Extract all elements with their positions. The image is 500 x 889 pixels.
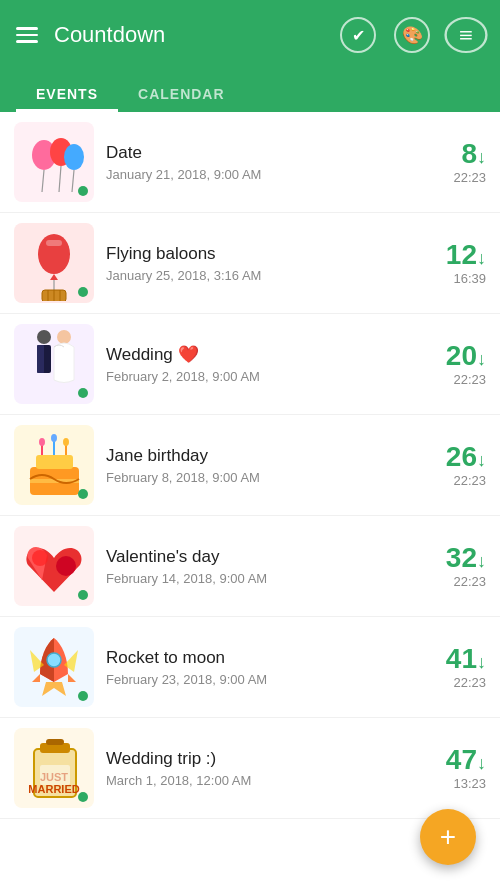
event-dot bbox=[78, 186, 88, 196]
event-name: Date bbox=[106, 143, 404, 163]
event-thumbnail bbox=[14, 425, 94, 505]
event-dot bbox=[78, 287, 88, 297]
svg-rect-20 bbox=[36, 455, 73, 469]
event-name: Jane birthday bbox=[106, 446, 404, 466]
list-item[interactable]: Wedding ❤️ February 2, 2018, 9:00 AM 20↓… bbox=[0, 314, 500, 415]
event-info: Date January 21, 2018, 9:00 AM bbox=[94, 143, 416, 182]
header: Countdown ✔ 🎨 ≡ EVENTS CALENDAR bbox=[0, 0, 500, 112]
event-dot bbox=[78, 388, 88, 398]
event-name: Wedding ❤️ bbox=[106, 344, 404, 365]
palette-icon[interactable]: 🎨 bbox=[394, 17, 430, 53]
tab-calendar[interactable]: CALENDAR bbox=[118, 76, 245, 112]
svg-point-14 bbox=[37, 330, 51, 344]
list-item[interactable]: Date January 21, 2018, 9:00 AM 8↓ 22:23 bbox=[0, 112, 500, 213]
svg-marker-7 bbox=[50, 274, 58, 280]
svg-point-28 bbox=[56, 556, 76, 576]
event-countdown: 12↓ 16:39 bbox=[416, 241, 486, 286]
event-date: February 14, 2018, 9:00 AM bbox=[106, 571, 404, 586]
list-item[interactable]: JUST MARRIED Wedding trip :) March 1, 20… bbox=[0, 718, 500, 819]
event-name: Valentine's day bbox=[106, 547, 404, 567]
event-thumbnail bbox=[14, 526, 94, 606]
svg-line-3 bbox=[42, 170, 44, 192]
event-dot bbox=[78, 489, 88, 499]
event-countdown: 47↓ 13:23 bbox=[416, 746, 486, 791]
list-item[interactable]: Valentine's day February 14, 2018, 9:00 … bbox=[0, 516, 500, 617]
hamburger-menu-icon[interactable] bbox=[16, 27, 38, 43]
event-info: Jane birthday February 8, 2018, 9:00 AM bbox=[94, 446, 416, 485]
countdown-days: 26↓ bbox=[416, 443, 486, 471]
event-thumbnail bbox=[14, 223, 94, 303]
svg-point-2 bbox=[64, 144, 84, 170]
svg-rect-9 bbox=[46, 240, 62, 246]
countdown-time: 22:23 bbox=[416, 675, 486, 690]
event-date: January 21, 2018, 9:00 AM bbox=[106, 167, 404, 182]
event-thumbnail bbox=[14, 627, 94, 707]
list-item[interactable]: Jane birthday February 8, 2018, 9:00 AM … bbox=[0, 415, 500, 516]
countdown-days: 32↓ bbox=[416, 544, 486, 572]
event-dot bbox=[78, 792, 88, 802]
event-info: Valentine's day February 14, 2018, 9:00 … bbox=[94, 547, 416, 586]
event-dot bbox=[78, 590, 88, 600]
svg-rect-37 bbox=[40, 765, 70, 785]
svg-line-5 bbox=[72, 170, 74, 192]
countdown-time: 16:39 bbox=[416, 271, 486, 286]
svg-point-24 bbox=[39, 438, 45, 446]
countdown-days: 8↓ bbox=[416, 140, 486, 168]
tabs: EVENTS CALENDAR bbox=[16, 70, 484, 112]
event-list: Date January 21, 2018, 9:00 AM 8↓ 22:23 … bbox=[0, 112, 500, 889]
event-countdown: 26↓ 22:23 bbox=[416, 443, 486, 488]
event-info: Wedding ❤️ February 2, 2018, 9:00 AM bbox=[94, 344, 416, 384]
event-thumbnail bbox=[14, 122, 94, 202]
svg-point-17 bbox=[57, 330, 71, 344]
event-name: Flying baloons bbox=[106, 244, 404, 264]
countdown-time: 22:23 bbox=[416, 372, 486, 387]
countdown-days: 41↓ bbox=[416, 645, 486, 673]
event-dot bbox=[78, 691, 88, 701]
svg-line-4 bbox=[59, 166, 61, 192]
event-countdown: 41↓ 22:23 bbox=[416, 645, 486, 690]
app-title: Countdown bbox=[54, 22, 324, 48]
svg-rect-34 bbox=[46, 739, 64, 745]
countdown-time: 22:23 bbox=[416, 170, 486, 185]
event-info: Rocket to moon February 23, 2018, 9:00 A… bbox=[94, 648, 416, 687]
event-info: Wedding trip :) March 1, 2018, 12:00 AM bbox=[94, 749, 416, 788]
svg-point-29 bbox=[47, 653, 61, 667]
event-countdown: 20↓ 22:23 bbox=[416, 342, 486, 387]
countdown-days: 47↓ bbox=[416, 746, 486, 774]
event-countdown: 32↓ 22:23 bbox=[416, 544, 486, 589]
countdown-days: 12↓ bbox=[416, 241, 486, 269]
tab-events[interactable]: EVENTS bbox=[16, 76, 118, 112]
event-date: March 1, 2018, 12:00 AM bbox=[106, 773, 404, 788]
svg-rect-16 bbox=[37, 345, 44, 373]
svg-point-25 bbox=[51, 434, 57, 442]
event-date: February 2, 2018, 9:00 AM bbox=[106, 369, 404, 384]
event-info: Flying baloons January 25, 2018, 3:16 AM bbox=[94, 244, 416, 283]
list-item[interactable]: Flying baloons January 25, 2018, 3:16 AM… bbox=[0, 213, 500, 314]
event-countdown: 8↓ 22:23 bbox=[416, 140, 486, 185]
event-thumbnail bbox=[14, 324, 94, 404]
countdown-time: 13:23 bbox=[416, 776, 486, 791]
svg-point-27 bbox=[32, 550, 48, 566]
event-name: Wedding trip :) bbox=[106, 749, 404, 769]
event-date: February 23, 2018, 9:00 AM bbox=[106, 672, 404, 687]
countdown-time: 22:23 bbox=[416, 574, 486, 589]
event-thumbnail: JUST MARRIED bbox=[14, 728, 94, 808]
list-item[interactable]: Rocket to moon February 23, 2018, 9:00 A… bbox=[0, 617, 500, 718]
countdown-time: 22:23 bbox=[416, 473, 486, 488]
check-icon[interactable]: ✔ bbox=[340, 17, 376, 53]
add-event-button[interactable]: + bbox=[420, 809, 476, 865]
header-top: Countdown ✔ 🎨 ≡ bbox=[16, 0, 484, 70]
sort-icon[interactable]: ≡ bbox=[444, 17, 487, 53]
event-date: January 25, 2018, 3:16 AM bbox=[106, 268, 404, 283]
svg-point-26 bbox=[63, 438, 69, 446]
countdown-days: 20↓ bbox=[416, 342, 486, 370]
header-actions: ✔ 🎨 ≡ bbox=[340, 17, 484, 53]
event-date: February 8, 2018, 9:00 AM bbox=[106, 470, 404, 485]
event-name: Rocket to moon bbox=[106, 648, 404, 668]
